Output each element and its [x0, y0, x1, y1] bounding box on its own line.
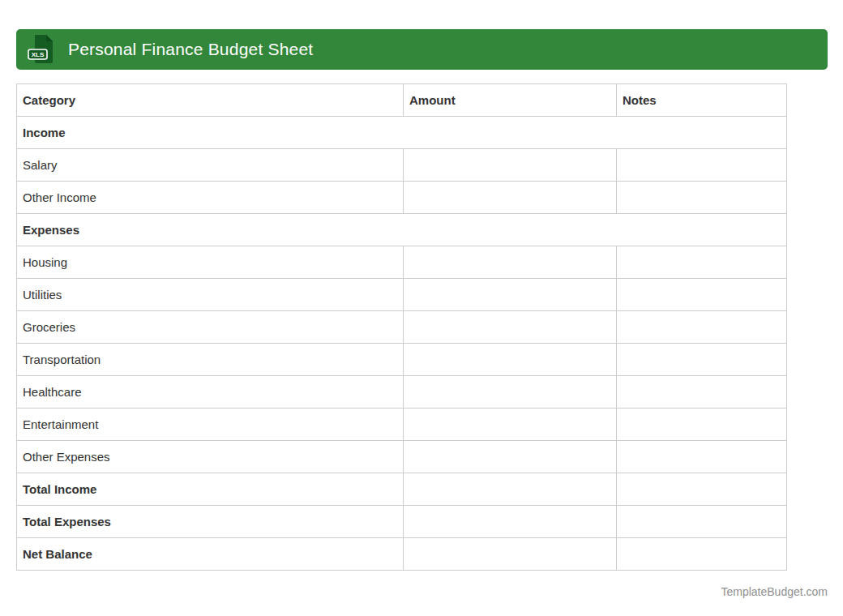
notes-cell: [617, 538, 787, 571]
category-cell: Total Expenses: [17, 506, 404, 538]
budget-table: Category Amount Notes IncomeSalaryOther …: [16, 83, 787, 571]
amount-cell: [404, 409, 617, 441]
notes-cell: [617, 311, 787, 344]
header-bar: XLS Personal Finance Budget Sheet: [16, 29, 828, 70]
amount-cell: [404, 441, 617, 473]
category-cell: Transportation: [17, 344, 404, 376]
category-cell: Entertainment: [17, 409, 404, 441]
table-row-healthcare: Healthcare: [17, 376, 787, 409]
section-label-cell: Income: [17, 117, 787, 149]
amount-cell: [404, 246, 617, 279]
amount-cell: [404, 311, 617, 344]
notes-cell: [617, 376, 787, 409]
notes-cell: [617, 441, 787, 473]
amount-cell: [404, 506, 617, 538]
table-row-housing: Housing: [17, 246, 787, 279]
notes-cell: [617, 344, 787, 376]
notes-cell: [617, 409, 787, 441]
category-cell: Salary: [17, 149, 404, 182]
table-row-total-expenses: Total Expenses: [17, 506, 787, 538]
notes-cell: [617, 279, 787, 311]
category-cell: Healthcare: [17, 376, 404, 409]
table-row-entertainment: Entertainment: [17, 409, 787, 441]
column-header-amount: Amount: [404, 84, 617, 117]
notes-cell: [617, 149, 787, 182]
amount-cell: [404, 473, 617, 506]
category-cell: Other Income: [17, 182, 404, 214]
table-row-expenses: Expenses: [17, 214, 787, 246]
section-label-cell: Expenses: [17, 214, 787, 246]
table-row-groceries: Groceries: [17, 311, 787, 344]
table-row-other-income: Other Income: [17, 182, 787, 214]
notes-cell: [617, 473, 787, 506]
site-credit: TemplateBudget.com: [16, 585, 828, 598]
budget-table-body: IncomeSalaryOther IncomeExpensesHousingU…: [17, 117, 787, 571]
table-row-utilities: Utilities: [17, 279, 787, 311]
table-header-row: Category Amount Notes: [17, 84, 787, 117]
table-row-other-expenses: Other Expenses: [17, 441, 787, 473]
category-cell: Housing: [17, 246, 404, 279]
page-title: Personal Finance Budget Sheet: [68, 40, 313, 59]
xls-icon-label: XLS: [32, 51, 45, 58]
table-row-net-balance: Net Balance: [17, 538, 787, 571]
table-row-total-income: Total Income: [17, 473, 787, 506]
column-header-notes: Notes: [617, 84, 787, 117]
amount-cell: [404, 538, 617, 571]
category-cell: Net Balance: [17, 538, 404, 571]
notes-cell: [617, 506, 787, 538]
column-header-category: Category: [17, 84, 404, 117]
category-cell: Other Expenses: [17, 441, 404, 473]
xls-file-icon: XLS: [28, 34, 55, 65]
category-cell: Groceries: [17, 311, 404, 344]
table-row-income: Income: [17, 117, 787, 149]
table-row-salary: Salary: [17, 149, 787, 182]
category-cell: Utilities: [17, 279, 404, 311]
table-row-transportation: Transportation: [17, 344, 787, 376]
notes-cell: [617, 182, 787, 214]
category-cell: Total Income: [17, 473, 404, 506]
amount-cell: [404, 182, 617, 214]
notes-cell: [617, 246, 787, 279]
amount-cell: [404, 279, 617, 311]
amount-cell: [404, 376, 617, 409]
amount-cell: [404, 344, 617, 376]
amount-cell: [404, 149, 617, 182]
